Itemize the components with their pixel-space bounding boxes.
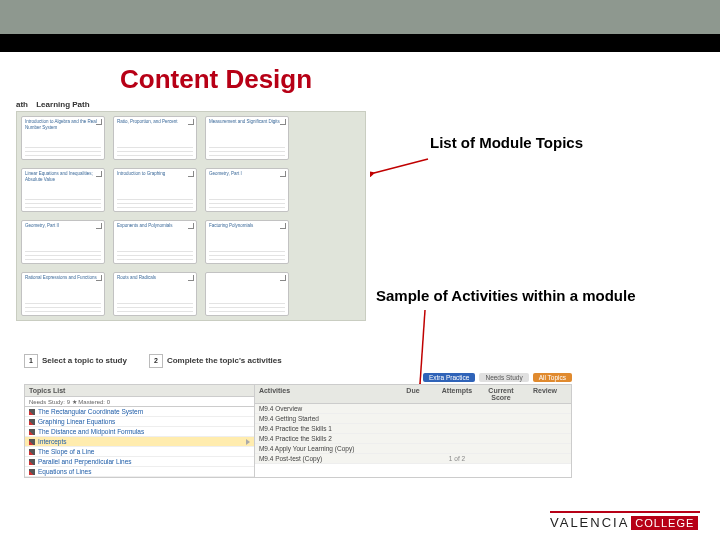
slide: Content Design ath Learning Path Introdu… xyxy=(0,0,720,540)
module-card[interactable]: Factoring Polynomials xyxy=(205,220,289,264)
topics-header: Topics List xyxy=(25,385,254,397)
topics-meta: Needs Study: 9 ★ Mastered: 0 xyxy=(25,397,254,407)
chevron-right-icon xyxy=(246,439,250,445)
activity-row[interactable]: M9.4 Practice the Skills 1 xyxy=(255,424,571,434)
black-gap xyxy=(0,34,720,52)
slide-title: Content Design xyxy=(120,64,720,95)
activity-row[interactable]: M9.4 Getting Started xyxy=(255,414,571,424)
module-card[interactable]: Ratio, Proportion, and Percent xyxy=(113,116,197,160)
valencia-logo: VALENCIA COLLEGE xyxy=(550,511,700,530)
pencil-icon xyxy=(29,449,35,455)
module-card[interactable]: Measurement and Significant Digits xyxy=(205,116,289,160)
step-label: Complete the topic's activities xyxy=(167,356,282,365)
activity-row[interactable]: M9.4 Apply Your Learning (Copy) xyxy=(255,444,571,454)
module-card[interactable]: Introduction to Algebra and the Real Num… xyxy=(21,116,105,160)
module-card[interactable]: Linear Equations and Inequalities; Absol… xyxy=(21,168,105,212)
extra-practice-button[interactable]: Extra Practice xyxy=(423,373,475,382)
activity-row[interactable]: M9.4 Post-test (Copy)1 of 2 xyxy=(255,454,571,464)
topic-row[interactable]: Intercepts xyxy=(25,437,254,447)
col-due: Due xyxy=(391,387,435,401)
annotation-modules: List of Module Topics xyxy=(430,134,583,151)
activity-row[interactable]: M9.4 Practice the Skills 2 xyxy=(255,434,571,444)
step-label: Select a topic to study xyxy=(42,356,127,365)
activities-header: Activities Due Attempts Current Score Re… xyxy=(255,385,571,404)
activities-column: Activities Due Attempts Current Score Re… xyxy=(255,385,571,477)
activities-panel: 1Select a topic to study 2Complete the t… xyxy=(24,354,572,478)
topic-row[interactable]: Equations of Lines xyxy=(25,467,254,477)
annotation-activities: Sample of Activities within a module xyxy=(376,287,636,304)
module-grid: ath Learning Path Introduction to Algebr… xyxy=(16,100,366,321)
crumb-1: ath xyxy=(16,100,28,109)
module-card[interactable]: Geometry, Part I xyxy=(205,168,289,212)
tab-all-topics[interactable]: All Topics xyxy=(533,373,572,382)
activity-row[interactable]: M9.4 Overview xyxy=(255,404,571,414)
pencil-icon xyxy=(29,469,35,475)
pencil-icon xyxy=(29,429,35,435)
topics-column: Topics List Needs Study: 9 ★ Mastered: 0… xyxy=(25,385,255,477)
topic-row[interactable]: Graphing Linear Equations xyxy=(25,417,254,427)
module-card[interactable]: Rational Expressions and Functions xyxy=(21,272,105,316)
topic-row[interactable]: The Slope of a Line xyxy=(25,447,254,457)
topic-row[interactable]: Parallel and Perpendicular Lines xyxy=(25,457,254,467)
module-card[interactable]: Geometry, Part II xyxy=(21,220,105,264)
pencil-icon xyxy=(29,459,35,465)
tab-needs-study[interactable]: Needs Study xyxy=(479,373,528,382)
module-card[interactable]: Roots and Radicals xyxy=(113,272,197,316)
steps-header: 1Select a topic to study 2Complete the t… xyxy=(24,354,572,368)
svg-line-0 xyxy=(374,159,428,173)
col-activities: Activities xyxy=(259,387,391,401)
table-controls: Extra Practice Needs Study All Topics xyxy=(24,373,572,382)
grid-breadcrumb: ath Learning Path xyxy=(16,100,366,109)
step-number: 2 xyxy=(149,354,163,368)
col-review: Review xyxy=(523,387,567,401)
topic-row[interactable]: The Distance and Midpoint Formulas xyxy=(25,427,254,437)
col-attempts: Attempts xyxy=(435,387,479,401)
module-card[interactable]: Exponents and Polynomials xyxy=(113,220,197,264)
top-border xyxy=(0,0,720,34)
module-cards: Introduction to Algebra and the Real Num… xyxy=(16,111,366,321)
logo-valencia: VALENCIA xyxy=(550,515,629,530)
topic-row[interactable]: The Rectangular Coordinate System xyxy=(25,407,254,417)
module-card[interactable] xyxy=(205,272,289,316)
activities-table: Topics List Needs Study: 9 ★ Mastered: 0… xyxy=(24,384,572,478)
crumb-2: Learning Path xyxy=(36,100,89,109)
pencil-icon xyxy=(29,409,35,415)
pencil-icon xyxy=(29,419,35,425)
step-number: 1 xyxy=(24,354,38,368)
col-score: Current Score xyxy=(479,387,523,401)
pencil-icon xyxy=(29,439,35,445)
arrow-icon xyxy=(370,157,430,177)
module-card[interactable]: Introduction to Graphing xyxy=(113,168,197,212)
logo-college: COLLEGE xyxy=(631,516,698,530)
